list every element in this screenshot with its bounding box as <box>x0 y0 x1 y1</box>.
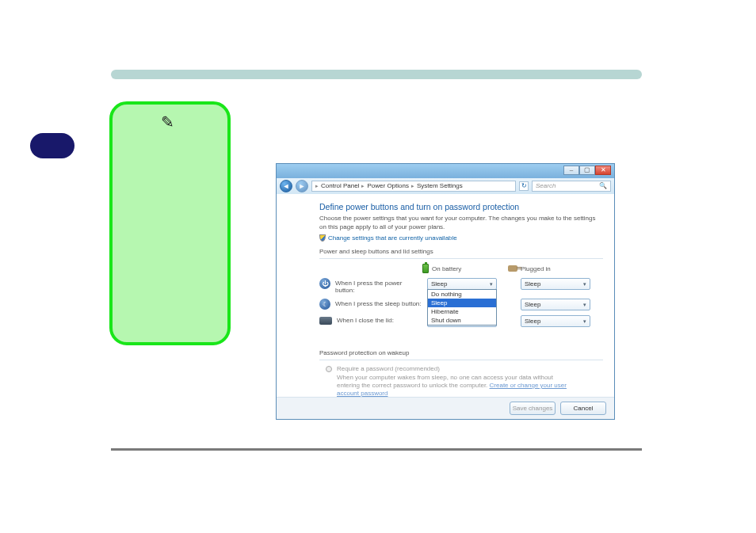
shield-icon <box>319 234 326 242</box>
section-divider <box>319 360 603 360</box>
chevron-down-icon: ▾ <box>490 279 493 289</box>
dropdown-option[interactable]: Shut down <box>428 316 496 325</box>
moon-icon: ☾ <box>319 299 330 310</box>
save-changes-button[interactable]: Save changes <box>510 402 556 415</box>
column-headers: On battery Plugged in <box>422 264 603 273</box>
dropdown-value: Sleep <box>525 316 540 326</box>
window-footer: Save changes Cancel <box>277 397 614 419</box>
decorative-bottom-rule <box>111 448 642 451</box>
col-header-plugged: Plugged in <box>508 264 579 273</box>
search-input[interactable]: Search 🔍 <box>532 181 611 192</box>
dropdown-value: Sleep <box>525 299 540 310</box>
dropdown-value: Sleep <box>431 279 447 289</box>
chevron-right-icon: ▸ <box>361 181 365 191</box>
breadcrumb-item[interactable]: System Settings <box>417 181 463 191</box>
chevron-down-icon: ▾ <box>583 279 586 289</box>
laptop-lid-icon <box>319 317 332 325</box>
lid-plugged-dropdown[interactable]: Sleep ▾ <box>521 315 590 327</box>
breadcrumb[interactable]: ▸ Control Panel ▸ Power Options ▸ System… <box>311 181 516 192</box>
dropdown-value: Sleep <box>525 279 540 289</box>
close-button[interactable]: ✕ <box>595 166 611 175</box>
decorative-teal-bar <box>111 70 642 79</box>
power-battery-dropdown[interactable]: Sleep ▾ <box>427 278 497 290</box>
dropdown-option[interactable]: Do nothing <box>428 290 496 299</box>
buttons-section-label: Power and sleep buttons and lid settings <box>319 248 603 255</box>
col-header-battery: On battery <box>422 264 494 273</box>
change-unavailable-link[interactable]: Change settings that are currently unava… <box>319 234 603 242</box>
dropdown-list: Do nothing Sleep Hibernate Shut down <box>427 289 497 326</box>
row-power-label: When I press the power button: <box>335 278 422 294</box>
chevron-right-icon: ▸ <box>315 181 319 191</box>
maximize-button[interactable]: ▢ <box>579 166 595 175</box>
search-placeholder: Search <box>536 181 556 191</box>
refresh-button[interactable]: ↻ <box>519 181 529 191</box>
dropdown-option-selected[interactable]: Sleep <box>428 299 496 307</box>
chevron-down-icon: ▾ <box>583 316 586 326</box>
chevron-down-icon: ▾ <box>583 299 586 310</box>
radio-icon <box>326 366 332 372</box>
page-description: Choose the power settings that you want … <box>319 214 603 231</box>
col-header-battery-label: On battery <box>432 265 461 272</box>
page-heading: Define power buttons and turn on passwor… <box>319 202 603 211</box>
radio-require-password: Require a password (recommended) <box>326 365 603 372</box>
row-lid-label: When I close the lid: <box>337 315 422 324</box>
power-icon: ⏻ <box>319 278 330 289</box>
minimize-button[interactable]: – <box>563 166 579 175</box>
battery-icon <box>422 264 429 273</box>
row-power-button: ⏻ When I press the power button: Sleep ▾… <box>319 278 603 294</box>
window-controls: – ▢ ✕ <box>563 166 611 175</box>
pencil-icon: ✎ <box>161 112 174 131</box>
cancel-button[interactable]: Cancel <box>560 402 606 415</box>
radio-require-desc: When your computer wakes from sleep, no … <box>337 374 575 397</box>
decorative-blue-pill <box>30 133 74 158</box>
chevron-right-icon: ▸ <box>411 181 414 191</box>
window-titlebar: – ▢ ✕ <box>277 164 614 178</box>
dropdown-option[interactable]: Hibernate <box>428 307 496 316</box>
power-plugged-dropdown[interactable]: Sleep ▾ <box>521 278 590 290</box>
nav-forward-button[interactable]: ► <box>296 180 308 192</box>
plug-icon <box>508 265 517 272</box>
note-callout-box <box>109 101 231 345</box>
breadcrumb-item[interactable]: Control Panel <box>321 181 359 191</box>
address-bar: ◄ ► ▸ Control Panel ▸ Power Options ▸ Sy… <box>277 178 614 194</box>
breadcrumb-item[interactable]: Power Options <box>367 181 408 191</box>
password-section-label: Password protection on wakeup <box>319 349 603 356</box>
sleep-plugged-dropdown[interactable]: Sleep ▾ <box>521 299 590 310</box>
change-unavailable-link-text: Change settings that are currently unava… <box>328 234 457 242</box>
window-body: Define power buttons and turn on passwor… <box>277 194 614 397</box>
nav-back-button[interactable]: ◄ <box>280 180 292 192</box>
radio-require-label: Require a password (recommended) <box>337 365 440 372</box>
col-header-plugged-label: Plugged in <box>521 265 551 272</box>
search-icon: 🔍 <box>599 181 607 191</box>
section-divider <box>319 258 603 259</box>
row-sleep-label: When I press the sleep button: <box>335 299 422 307</box>
power-battery-dropdown-open[interactable]: Sleep ▾ Do nothing Sleep Hibernate Shut … <box>427 278 497 290</box>
power-options-window: – ▢ ✕ ◄ ► ▸ Control Panel ▸ Power Option… <box>276 163 615 420</box>
